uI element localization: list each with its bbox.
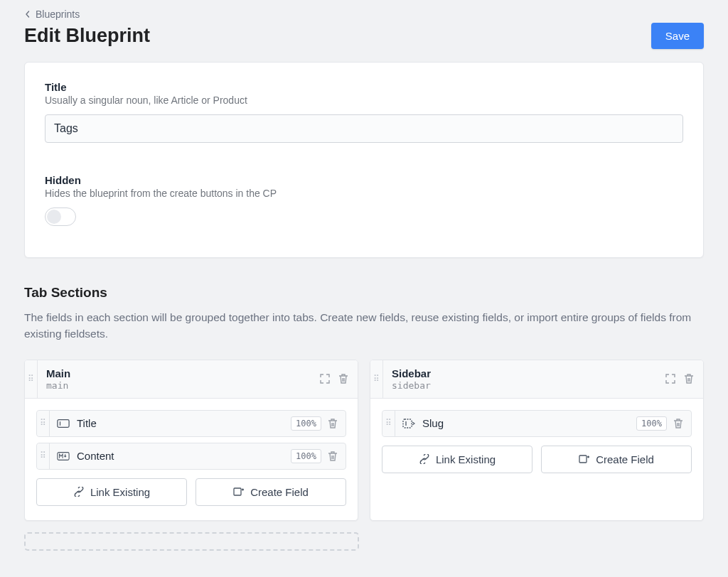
hidden-toggle[interactable] bbox=[45, 207, 76, 226]
tab-section-main: ⠿ Main main ⠿ bbox=[24, 360, 358, 521]
tab-handle: main bbox=[46, 380, 70, 391]
title-field-label: Title bbox=[45, 81, 683, 93]
blueprint-field[interactable]: ⠿ Title 100% bbox=[36, 410, 346, 437]
drag-handle[interactable]: ⠿ bbox=[370, 360, 383, 398]
tab-sections-description: The fields in each section will be group… bbox=[24, 309, 704, 343]
chevron-left-icon bbox=[24, 11, 31, 18]
drag-icon: ⠿ bbox=[40, 421, 46, 425]
expand-icon[interactable] bbox=[319, 373, 331, 384]
button-label: Link Existing bbox=[436, 453, 496, 465]
hidden-field-help: Hides the blueprint from the create butt… bbox=[45, 188, 683, 199]
drag-icon: ⠿ bbox=[40, 454, 46, 458]
tab-display-name[interactable]: Sidebar bbox=[392, 367, 431, 379]
create-field-button[interactable]: Create Field bbox=[196, 478, 346, 506]
svg-rect-3 bbox=[403, 419, 412, 428]
trash-icon[interactable] bbox=[683, 373, 695, 384]
hidden-field-label: Hidden bbox=[45, 174, 683, 186]
create-field-button[interactable]: Create Field bbox=[541, 446, 692, 473]
trash-icon[interactable] bbox=[327, 418, 338, 429]
title-field-help: Usually a singular noun, like Article or… bbox=[45, 95, 683, 106]
page-title: Edit Blueprint bbox=[24, 25, 150, 47]
title-input[interactable] bbox=[45, 114, 683, 143]
button-label: Create Field bbox=[250, 486, 309, 498]
button-label: Link Existing bbox=[90, 486, 150, 498]
field-name: Slug bbox=[422, 417, 444, 429]
drag-handle[interactable]: ⠿ bbox=[382, 411, 395, 436]
tab-sections-heading: Tab Sections bbox=[24, 285, 704, 301]
markdown-field-icon bbox=[57, 451, 70, 461]
new-field-icon bbox=[579, 454, 590, 464]
tab-display-name[interactable]: Main bbox=[46, 367, 70, 379]
save-button[interactable]: Save bbox=[651, 23, 704, 49]
field-name: Title bbox=[77, 417, 97, 429]
svg-rect-0 bbox=[58, 419, 69, 427]
field-width[interactable]: 100% bbox=[291, 416, 321, 431]
drag-handle[interactable]: ⠿ bbox=[25, 360, 38, 398]
blueprint-field[interactable]: ⠿ Slug 100% bbox=[382, 410, 692, 437]
field-width[interactable]: 100% bbox=[636, 416, 667, 431]
trash-icon[interactable] bbox=[673, 418, 684, 429]
toggle-knob bbox=[47, 210, 61, 224]
slug-field-icon bbox=[402, 419, 415, 428]
breadcrumb-back[interactable]: Blueprints bbox=[24, 9, 704, 20]
tab-section-sidebar: ⠿ Sidebar sidebar ⠿ bbox=[370, 360, 704, 521]
field-width[interactable]: 100% bbox=[291, 449, 321, 463]
expand-icon[interactable] bbox=[665, 373, 676, 384]
add-tab-section-dropzone[interactable] bbox=[24, 532, 359, 551]
drag-handle[interactable]: ⠿ bbox=[37, 411, 50, 436]
link-existing-button[interactable]: Link Existing bbox=[382, 446, 532, 473]
drag-handle[interactable]: ⠿ bbox=[37, 443, 50, 469]
tab-handle: sidebar bbox=[392, 380, 431, 391]
new-field-icon bbox=[233, 487, 245, 497]
drag-icon: ⠿ bbox=[28, 377, 34, 381]
field-name: Content bbox=[77, 450, 114, 462]
blueprint-field[interactable]: ⠿ Content 100% bbox=[36, 443, 346, 470]
svg-rect-2 bbox=[234, 488, 241, 495]
trash-icon[interactable] bbox=[327, 451, 338, 462]
drag-icon: ⠿ bbox=[373, 377, 380, 381]
trash-icon[interactable] bbox=[338, 373, 349, 384]
button-label: Create Field bbox=[596, 453, 654, 465]
link-icon bbox=[419, 454, 430, 464]
drag-icon: ⠿ bbox=[385, 421, 392, 425]
link-icon bbox=[73, 487, 85, 497]
link-existing-button[interactable]: Link Existing bbox=[36, 478, 187, 506]
svg-rect-4 bbox=[579, 455, 587, 463]
breadcrumb-label: Blueprints bbox=[36, 9, 80, 20]
text-field-icon bbox=[57, 419, 70, 428]
settings-card: Title Usually a singular noun, like Arti… bbox=[24, 62, 704, 258]
